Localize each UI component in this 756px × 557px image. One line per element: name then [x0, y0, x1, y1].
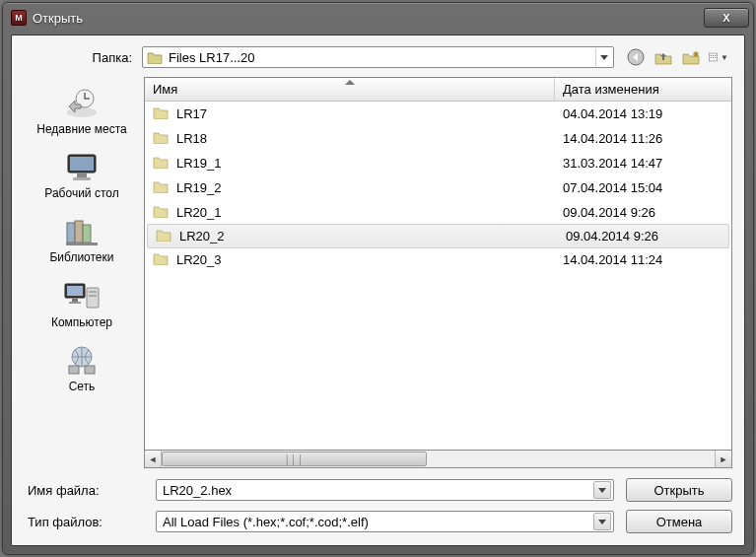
recent-places-icon [62, 86, 102, 121]
table-row[interactable]: LR1704.04.2014 13:19 [145, 102, 731, 126]
scroll-left-arrow[interactable]: ◄ [145, 451, 162, 467]
svg-point-9 [711, 57, 712, 58]
places-sidebar: Недавние места Рабочий стол [24, 77, 140, 468]
folder-icon [153, 179, 169, 196]
svg-rect-18 [67, 223, 75, 243]
file-name: LR19_1 [176, 156, 222, 171]
chevron-down-icon[interactable] [593, 513, 611, 530]
folder-icon [153, 155, 169, 172]
scroll-right-arrow[interactable]: ► [715, 451, 731, 467]
chevron-down-icon[interactable] [593, 481, 611, 499]
filetype-value: All Load Files (*.hex;*.cof;*.cod;*.elf) [163, 515, 593, 529]
cell-name: LR19_2 [145, 179, 555, 196]
svg-rect-20 [83, 225, 91, 243]
back-button[interactable] [626, 47, 646, 67]
table-row[interactable]: LR19_207.04.2014 15:04 [145, 175, 731, 200]
app-icon: M [11, 10, 27, 26]
dialog-body: Папка: Files LR17...20 [11, 35, 745, 546]
column-header-label: Дата изменения [563, 82, 659, 97]
sidebar-item-label: Недавние места [27, 123, 137, 136]
table-row[interactable]: LR20_109.04.2014 9:26 [145, 200, 731, 225]
svg-rect-21 [66, 243, 98, 245]
svg-rect-16 [77, 174, 87, 177]
computer-icon [62, 279, 102, 314]
cell-name: LR20_1 [145, 204, 555, 221]
folder-combo-text: Files LR17...20 [169, 50, 595, 65]
horizontal-scrollbar[interactable]: ◄ │││ ► [144, 451, 732, 468]
svg-rect-15 [70, 157, 94, 171]
middle-area: Недавние места Рабочий стол [24, 77, 732, 468]
toolbar-icons: ▼ [626, 47, 728, 67]
close-button[interactable]: X [704, 8, 749, 28]
open-button[interactable]: Открыть [626, 478, 732, 502]
cell-date: 07.04.2014 15:04 [555, 180, 731, 195]
sidebar-item-computer[interactable]: Компьютер [26, 274, 138, 336]
open-file-dialog: M Открыть X Папка: Files LR17...20 [2, 2, 754, 555]
cancel-button[interactable]: Отмена [626, 510, 732, 533]
column-header-name[interactable]: Имя [145, 78, 555, 101]
cell-date: 31.03.2014 14:47 [555, 156, 731, 171]
views-menu-button[interactable]: ▼ [709, 47, 728, 67]
folder-label: Папка: [24, 50, 142, 65]
file-date: 14.04.2014 11:24 [563, 252, 662, 267]
folder-icon [153, 130, 169, 147]
chevron-down-icon: ▼ [721, 53, 728, 62]
cell-name: LR18 [145, 130, 555, 147]
file-date: 09.04.2014 9:26 [563, 205, 655, 220]
cell-name: LR20_3 [145, 251, 555, 268]
svg-point-7 [713, 55, 714, 56]
sidebar-item-label: Сеть [27, 381, 137, 393]
cell-date: 09.04.2014 9:26 [558, 229, 728, 244]
svg-rect-28 [89, 295, 97, 297]
scroll-track[interactable]: │││ [162, 451, 715, 467]
svg-point-8 [715, 55, 716, 56]
scroll-thumb[interactable]: │││ [162, 452, 427, 466]
file-date: 14.04.2014 11:26 [563, 131, 662, 146]
table-row[interactable]: LR20_209.04.2014 9:26 [147, 224, 729, 248]
up-one-level-button[interactable] [653, 47, 673, 67]
svg-point-11 [715, 57, 716, 58]
table-row[interactable]: LR19_131.03.2014 14:47 [145, 151, 731, 175]
cell-date: 09.04.2014 9:26 [555, 205, 731, 220]
bottom-controls: Имя файла: LR20_2.hex Открыть Тип файлов… [24, 478, 732, 533]
folder-combo[interactable]: Files LR17...20 [142, 46, 614, 68]
file-name: LR20_1 [176, 205, 222, 220]
sort-ascending-icon [345, 80, 355, 85]
file-date: 04.04.2014 13:19 [563, 106, 662, 121]
column-header-label: Имя [153, 82, 177, 97]
desktop-icon [62, 150, 102, 185]
file-name: LR19_2 [176, 180, 222, 195]
folder-icon [156, 228, 172, 244]
svg-rect-23 [67, 286, 83, 296]
folder-icon [153, 204, 169, 221]
column-headers: Имя Дата изменения [145, 78, 731, 102]
svg-rect-25 [69, 302, 81, 304]
svg-rect-27 [89, 291, 97, 293]
filename-value: LR20_2.hex [163, 483, 593, 498]
cell-name: LR17 [145, 105, 555, 122]
file-listview[interactable]: Имя Дата изменения LR1704.04.2014 13:19L… [144, 77, 732, 451]
sidebar-item-label: Библиотеки [27, 251, 137, 264]
filename-combo[interactable]: LR20_2.hex [156, 479, 614, 501]
table-row[interactable]: LR1814.04.2014 11:26 [145, 126, 731, 151]
filetype-row: Тип файлов: All Load Files (*.hex;*.cof;… [24, 510, 732, 533]
libraries-icon [62, 214, 102, 249]
chevron-down-icon[interactable] [595, 48, 611, 66]
svg-rect-19 [75, 221, 83, 243]
sidebar-item-desktop[interactable]: Рабочий стол [26, 145, 138, 207]
filetype-combo[interactable]: All Load Files (*.hex;*.cof;*.cod;*.elf) [156, 511, 614, 532]
sidebar-item-network[interactable]: Сеть [26, 338, 138, 400]
sidebar-item-recent[interactable]: Недавние места [26, 81, 138, 143]
file-name: LR20_2 [179, 229, 225, 244]
file-name: LR17 [176, 106, 207, 121]
titlebar[interactable]: M Открыть X [3, 3, 753, 33]
svg-point-10 [713, 57, 714, 58]
svg-rect-17 [73, 177, 91, 180]
folder-icon [153, 105, 169, 122]
column-header-date[interactable]: Дата изменения [555, 78, 731, 101]
new-folder-button[interactable] [681, 47, 701, 67]
table-row[interactable]: LR20_314.04.2014 11:24 [145, 247, 731, 272]
file-name: LR18 [176, 131, 207, 146]
sidebar-item-libraries[interactable]: Библиотеки [26, 209, 138, 271]
filetype-label: Тип файлов: [24, 515, 144, 529]
